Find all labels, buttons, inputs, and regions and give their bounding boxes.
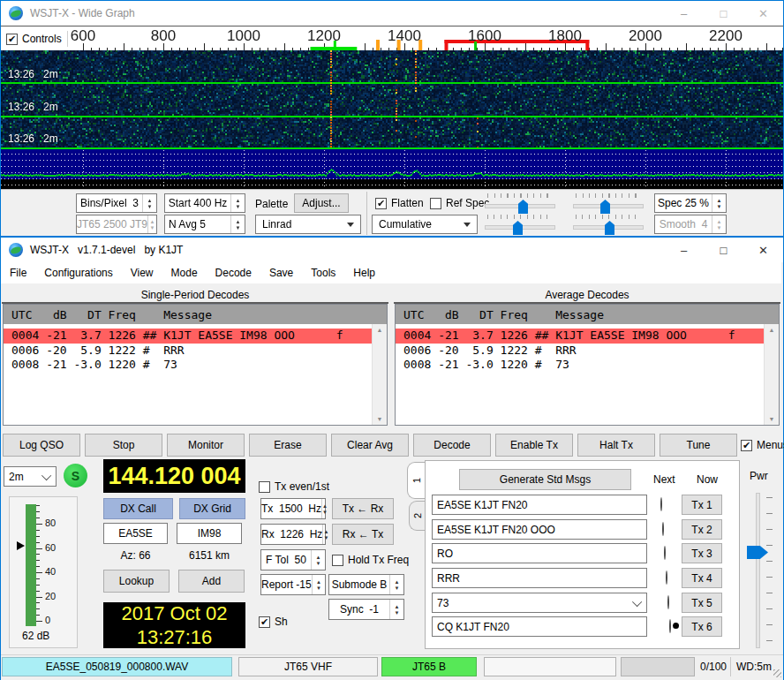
log-qso-button[interactable]: Log QSO <box>3 434 80 457</box>
tx3-message-field[interactable]: RO <box>432 543 647 563</box>
tx1-now-button[interactable]: Tx 1 <box>682 495 722 515</box>
controls-checkbox[interactable]: ✔ Controls <box>6 31 68 47</box>
scrollbar[interactable]: ▲▼ <box>764 324 779 425</box>
menu-tools[interactable]: Tools <box>302 262 344 283</box>
decode-row[interactable]: 0006 -20 5.9 1222 # RRR <box>4 344 387 359</box>
hold-tx-freq-checkbox[interactable]: Hold Tx Freq <box>332 554 409 566</box>
tx5-now-button[interactable]: Tx 5 <box>682 593 722 613</box>
sync-spinner[interactable]: Sync -1▲▼ <box>328 599 404 620</box>
sync-status-button[interactable]: S <box>64 464 87 487</box>
clear-avg-button[interactable]: Clear Avg <box>331 434 409 457</box>
tx2-message-field[interactable]: EA5SE K1JT FN20 OOO <box>432 519 647 540</box>
halt-tx-button[interactable]: Halt Tx <box>577 434 655 457</box>
tx6-next-radio[interactable] <box>669 619 671 633</box>
tx-from-rx-button[interactable]: Tx ← Rx <box>332 498 394 519</box>
slider-handle[interactable] <box>513 221 523 235</box>
menu-help[interactable]: Help <box>344 262 384 283</box>
palette-select[interactable]: Linrad <box>255 215 361 234</box>
spec-percent-spinner[interactable]: Spec 25 %▲▼ <box>654 193 727 213</box>
lookup-button[interactable]: Lookup <box>103 570 170 593</box>
add-button[interactable]: Add <box>178 570 245 593</box>
tx3-next-radio[interactable] <box>664 546 666 560</box>
menu-configurations[interactable]: Configurations <box>35 262 121 283</box>
decode-row[interactable]: 0006 -20 5.9 1222 # RRR <box>396 344 779 359</box>
main-titlebar[interactable]: WSJT-X v1.7.1-devel by K1JT – □ ✕ <box>1 238 783 262</box>
ref-spec-checkbox[interactable]: Ref Spec <box>430 197 489 209</box>
submode-spinner[interactable]: Submode B▲▼ <box>328 574 404 595</box>
tx5-message-combo[interactable]: 73 <box>432 593 647 613</box>
single-period-decodes-list[interactable]: UTC dB DT Freq Message 0004 -21 3.7 1226… <box>3 304 388 426</box>
gain-slider[interactable] <box>485 193 555 214</box>
tune-button[interactable]: Tune <box>660 434 737 457</box>
slider-handle[interactable] <box>605 221 614 235</box>
tx5-next-radio[interactable] <box>667 595 669 609</box>
rx-freq-spinner[interactable]: Rx 1226 Hz▲▼ <box>260 524 326 545</box>
minimize-icon[interactable]: – <box>664 1 704 26</box>
stop-button[interactable]: Stop <box>85 434 162 457</box>
rx-from-tx-button[interactable]: Rx ← Tx <box>332 524 394 545</box>
menu-decode[interactable]: Decode <box>207 262 260 283</box>
tx3-now-button[interactable]: Tx 3 <box>682 543 722 563</box>
tx4-message-field[interactable]: RRR <box>432 568 647 588</box>
spinner-arrows-icon[interactable]: ▲▼ <box>322 525 328 544</box>
menu-mode[interactable]: Mode <box>162 262 207 283</box>
spinner-arrows-icon[interactable]: ▲▼ <box>311 550 325 570</box>
spinner-arrows-icon[interactable]: ▲▼ <box>389 575 403 594</box>
tab-2[interactable]: 2 <box>409 501 426 531</box>
spinner-arrows-icon[interactable]: ▲▼ <box>142 194 156 212</box>
waterfall-display[interactable] <box>1 50 783 147</box>
dx-call-button[interactable]: DX Call <box>103 498 173 519</box>
close-icon[interactable]: ✕ <box>743 1 783 26</box>
pwr-slider-groove[interactable] <box>756 493 760 648</box>
tx4-now-button[interactable]: Tx 4 <box>682 568 722 588</box>
menus-checkbox[interactable]: ✔ Menus <box>741 439 784 451</box>
n-avg-spinner[interactable]: N Avg 5▲▼ <box>164 215 245 234</box>
dx-call-field[interactable]: EA5SE <box>103 523 168 544</box>
tx2-now-button[interactable]: Tx 2 <box>682 519 722 540</box>
start-freq-spinner[interactable]: Start 400 Hz▲▼ <box>164 193 245 213</box>
tx6-message-field[interactable]: CQ K1JT FN20 <box>432 616 647 637</box>
tx-freq-spinner[interactable]: Tx 1500 Hz▲▼ <box>260 498 326 519</box>
menu-view[interactable]: View <box>122 262 162 283</box>
scroll-up-icon[interactable]: ▲ <box>769 324 775 336</box>
menu-save[interactable]: Save <box>260 262 302 283</box>
slider-handle[interactable] <box>600 200 610 214</box>
decode-row[interactable]: 0004 -21 3.7 1226 ## K1JT EA5SE IM98 OOO… <box>396 329 779 344</box>
spinner-arrows-icon[interactable]: ▲▼ <box>389 600 403 619</box>
gain2-slider[interactable] <box>485 214 555 235</box>
spectrum-type-select[interactable]: Cumulative <box>372 215 478 234</box>
minimize-icon[interactable]: – <box>664 238 704 262</box>
zero-slider[interactable] <box>573 193 644 214</box>
spinner-arrows-icon[interactable]: ▲▼ <box>712 194 726 212</box>
tx1-message-field[interactable]: EA5SE K1JT FN20 <box>432 495 647 515</box>
enable-tx-button[interactable]: Enable Tx <box>495 434 573 457</box>
zero2-slider[interactable] <box>573 214 644 235</box>
scroll-up-icon[interactable]: ▲ <box>377 324 383 336</box>
resize-grip[interactable] <box>773 669 781 677</box>
decode-row[interactable]: 0008 -21 -3.0 1220 # 73 <box>4 358 387 373</box>
erase-button[interactable]: Erase <box>249 434 327 457</box>
f-tol-spinner[interactable]: F Tol 50▲▼ <box>260 549 326 570</box>
bins-pixel-spinner[interactable]: Bins/Pixel 3▲▼ <box>76 193 157 213</box>
spinner-arrows-icon[interactable]: ▲▼ <box>230 194 245 212</box>
maximize-icon[interactable]: □ <box>704 1 743 26</box>
maximize-icon[interactable]: □ <box>704 238 743 262</box>
average-decodes-list[interactable]: UTC dB DT Freq Message 0004 -21 3.7 1226… <box>395 304 780 426</box>
tx-even-checkbox[interactable]: Tx even/1st <box>259 480 329 493</box>
spinner-arrows-icon[interactable]: ▲▼ <box>312 575 325 594</box>
scroll-down-icon[interactable]: ▼ <box>377 413 383 425</box>
decode-row[interactable]: 0008 -21 -3.0 1220 # 73 <box>396 358 779 373</box>
wide-graph-titlebar[interactable]: WSJT-X - Wide Graph – □ ✕ <box>1 1 783 26</box>
dx-grid-field[interactable]: IM98 <box>177 523 242 544</box>
spinner-arrows-icon[interactable]: ▲▼ <box>321 499 328 518</box>
tx2-next-radio[interactable] <box>662 522 664 536</box>
menu-file[interactable]: File <box>1 262 35 283</box>
spectrum-display[interactable] <box>1 147 783 189</box>
slider-handle[interactable] <box>518 200 528 214</box>
frequency-ruler[interactable]: 600 800 1000 1200 1400 1600 1800 2000 22… <box>1 26 783 50</box>
report-spinner[interactable]: Report -15▲▼ <box>260 574 326 595</box>
band-select[interactable]: 2m <box>4 466 57 487</box>
decode-button[interactable]: Decode <box>413 434 491 457</box>
dx-grid-button[interactable]: DX Grid <box>179 498 245 519</box>
scroll-down-icon[interactable]: ▼ <box>769 413 775 425</box>
